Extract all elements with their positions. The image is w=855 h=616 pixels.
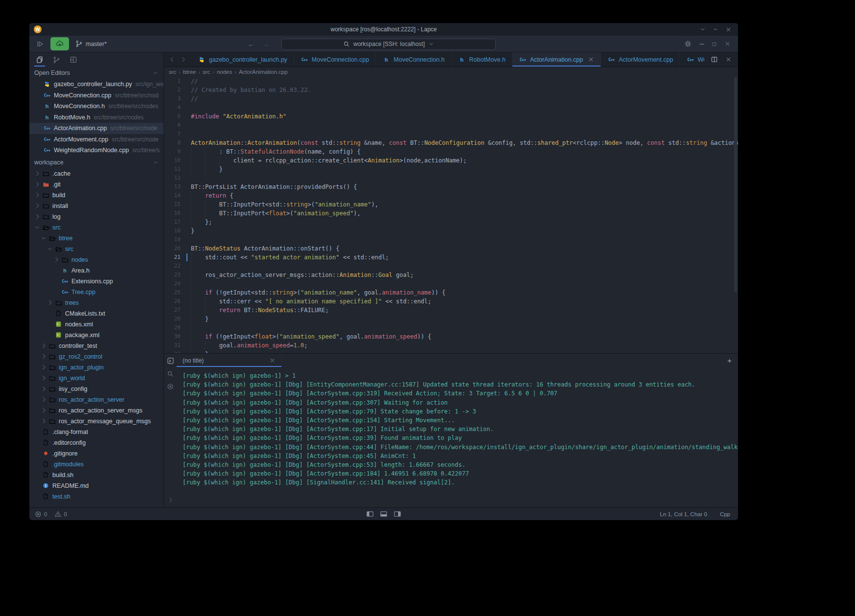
tab-actoranimation-cpp[interactable]: C++ActorAnimation.cpp — [512, 52, 601, 67]
code-editor[interactable]: 1//2// Created by bastian on 26.03.22.3/… — [164, 77, 738, 353]
tree-item-readme-md[interactable]: README.md — [29, 480, 163, 491]
tab-close-icon[interactable] — [588, 56, 594, 63]
code-line-14[interactable]: 14 return { — [164, 191, 738, 200]
open-editor-weightedrandomnode-cpp[interactable]: C++WeightedRandomNode.cppsrc/btree/s — [29, 145, 163, 156]
code-line-31[interactable]: 31 goal.animation_speed=1.0; — [164, 341, 738, 350]
code-line-27[interactable]: 27 return BT::NodeStatus::FAILURE; — [164, 306, 738, 315]
problems-summary[interactable]: 0 0 — [29, 511, 67, 518]
tree-item-ros-actor-action-server-msgs[interactable]: ros_actor_action_server_msgs — [29, 405, 163, 416]
code-line-32[interactable]: 32 } — [164, 350, 738, 353]
code-line-17[interactable]: 17 }; — [164, 218, 738, 227]
tree-item-cmakelists-txt[interactable]: CMakeLists.txt — [29, 308, 163, 319]
tab-forward-icon[interactable] — [180, 56, 186, 63]
tab-weightedra[interactable]: C++WeightedRa — [680, 52, 704, 67]
back-button[interactable]: ← — [246, 40, 256, 48]
tree-item-btree[interactable]: btree — [29, 233, 163, 244]
tree-item-area-h[interactable]: hArea.h — [29, 265, 163, 276]
close-window-icon[interactable] — [725, 26, 732, 33]
code-line-18[interactable]: 18} — [164, 227, 738, 235]
code-line-26[interactable]: 26 std::cerr << "[ no animation name spe… — [164, 297, 738, 306]
tree-item-gz-ros2-control[interactable]: gz_ros2_control — [29, 351, 163, 362]
search-panel-icon[interactable] — [167, 370, 174, 377]
open-editor-robotmove-h[interactable]: hRobotMove.hsrc/btree/src/nodes — [29, 112, 163, 123]
expand-panel-icon[interactable] — [167, 497, 174, 507]
code-line-15[interactable]: 15 BT::InputPort<std::string>("animation… — [164, 200, 738, 209]
code-line-1[interactable]: 1// — [164, 77, 738, 86]
tree-item-ros-actor-message-queue-msgs[interactable]: ros_actor_message_queue_msgs — [29, 416, 163, 427]
tree-item-ign-actor-plugin[interactable]: ign_actor_plugin — [29, 362, 163, 373]
code-line-13[interactable]: 13BT::PortsList ActorAnimation::provided… — [164, 183, 738, 191]
code-line-25[interactable]: 25 if (!getInput<std::string>("animation… — [164, 288, 738, 297]
open-editor-actormovement-cpp[interactable]: C++ActorMovement.cppsrc/btree/src/node — [29, 134, 163, 145]
remote-connection-button[interactable] — [50, 37, 69, 50]
tree-item-editorconfig[interactable]: .editorconfig — [29, 437, 163, 448]
scrollbar-thumb[interactable] — [734, 77, 737, 293]
new-terminal-icon[interactable]: + — [727, 356, 738, 365]
open-editor-actoranimation-cpp[interactable]: C++ActorAnimation.cppsrc/btree/src/node — [29, 123, 163, 134]
tree-item-trees[interactable]: trees — [29, 297, 163, 308]
close-icon[interactable] — [724, 41, 731, 47]
tree-item-gitignore[interactable]: .gitignore — [29, 448, 163, 459]
tree-item-clang-format[interactable]: .clang-format — [29, 427, 163, 437]
code-line-11[interactable]: 11 } — [164, 165, 738, 174]
terminal-panel-icon[interactable] — [167, 357, 174, 365]
maximize-window-icon[interactable] — [713, 26, 718, 32]
code-line-30[interactable]: 30 if (!getInput<float>("animation_speed… — [164, 332, 738, 341]
tab-actormovement-cpp[interactable]: C++ActorMovement.cpp — [601, 52, 680, 67]
code-line-16[interactable]: 16 BT::InputPort<float>("animation_speed… — [164, 209, 738, 218]
open-editors-header[interactable]: Open Editors — [29, 67, 163, 79]
code-line-4[interactable]: 4 — [164, 103, 738, 112]
terminal-tab[interactable]: (no title) — [177, 354, 282, 367]
workspace-header[interactable]: workspace — [29, 157, 163, 168]
toggle-right-panel-icon[interactable] — [394, 510, 401, 518]
code-line-8[interactable]: 8ActorAnimation::ActorAnimation(const st… — [164, 138, 738, 147]
code-line-2[interactable]: 2// Created by bastian on 26.03.22. — [164, 86, 738, 94]
tree-item-install[interactable]: install — [29, 201, 163, 211]
file-explorer-icon[interactable] — [36, 56, 44, 64]
tree-item-package-xml[interactable]: package.xml — [29, 330, 163, 341]
split-editor-icon[interactable] — [711, 56, 718, 63]
code-line-12[interactable]: 12 — [164, 174, 738, 183]
code-line-20[interactable]: 20BT::NodeStatus ActorAnimation::onStart… — [164, 244, 738, 253]
code-line-28[interactable]: 28 } — [164, 315, 738, 323]
breadcrumb-item[interactable]: ActorAnimation.cpp — [239, 69, 288, 75]
code-line-19[interactable]: 19 — [164, 235, 738, 244]
tree-item-tree-cpp[interactable]: C++Tree.cpp — [29, 287, 163, 297]
code-line-5[interactable]: 5#include "ActorAnimation.h" — [164, 112, 738, 121]
code-line-9[interactable]: 9 : BT::StatefulActionNode(name, config)… — [164, 147, 738, 156]
tree-item-src[interactable]: src — [29, 222, 163, 233]
forward-button[interactable]: → — [261, 40, 271, 48]
open-editor-gazebo-controller-launch-py[interactable]: gazebo_controller_launch.pysrc/ign_wo — [29, 79, 163, 90]
toggle-left-panel-icon[interactable] — [367, 510, 374, 518]
workspace-search-input[interactable]: workspace [SSH: localhost] — [281, 39, 496, 50]
code-line-22[interactable]: 22 — [164, 262, 738, 271]
tree-item-src[interactable]: src — [29, 244, 163, 254]
source-control-icon[interactable] — [53, 56, 60, 64]
terminal-output[interactable]: [ruby $(which ign) gazebo-1] > 1[ruby $(… — [177, 367, 738, 507]
close-editor-icon[interactable] — [725, 56, 732, 63]
tab-robotmove-h[interactable]: hRobotMove.h — [452, 52, 512, 67]
tree-item-controller-test[interactable]: controller_test — [29, 341, 163, 351]
tab-back-icon[interactable] — [169, 56, 175, 63]
language-mode[interactable]: Cpp — [720, 511, 730, 517]
maximize-icon[interactable]: □ — [713, 41, 716, 47]
code-line-21[interactable]: 21 std::cout << "started actor animation… — [164, 253, 738, 262]
breadcrumb-item[interactable]: src — [169, 69, 176, 75]
code-line-23[interactable]: 23 ros_actor_action_server_msgs::action:… — [164, 271, 738, 279]
open-editor-moveconnection-cpp[interactable]: C++MoveConnection.cppsrc/btree/src/nod — [29, 90, 163, 101]
toggle-bottom-panel-icon[interactable] — [380, 510, 388, 518]
tab-gazebo-controller-launch-py[interactable]: gazebo_controller_launch.py — [191, 52, 294, 67]
settings-gear-icon[interactable] — [684, 40, 692, 47]
minimize-icon[interactable]: ─ — [700, 40, 704, 47]
git-branch-indicator[interactable]: master* — [75, 40, 107, 47]
tree-item-log[interactable]: log — [29, 211, 163, 222]
code-line-3[interactable]: 3// — [164, 94, 738, 103]
run-icon[interactable] — [36, 40, 44, 48]
open-editor-moveconnection-h[interactable]: hMoveConnection.hsrc/btree/src/nodes — [29, 101, 163, 112]
code-line-7[interactable]: 7 — [164, 130, 738, 138]
breadcrumb-item[interactable]: src — [203, 69, 210, 75]
tree-item-ros-actor-action-server[interactable]: ros_actor_action_server — [29, 394, 163, 405]
tree-item-ign-world[interactable]: ign_world — [29, 373, 163, 384]
terminal-tab-close-icon[interactable] — [269, 357, 276, 364]
breadcrumb-item[interactable]: nodes — [217, 69, 232, 75]
